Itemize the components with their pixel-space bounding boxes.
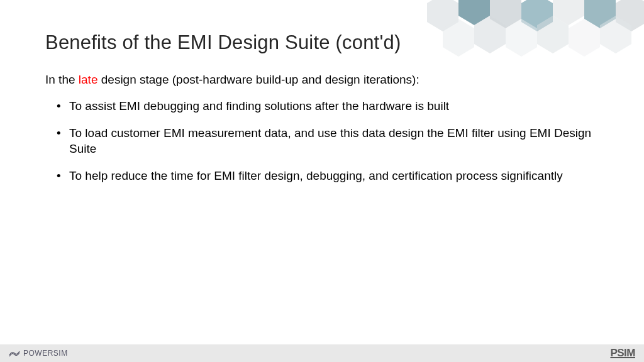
powersim-text: POWERSIM — [23, 349, 68, 358]
bullet-item: To help reduce the time for EMI filter d… — [57, 168, 599, 184]
powersim-logo: POWERSIM — [9, 349, 68, 358]
slide-footer: POWERSIM PSIM — [0, 344, 644, 362]
intro-text: In the late design stage (post-hardware … — [45, 72, 599, 88]
intro-post: design stage (post-hardware build-up and… — [97, 73, 419, 86]
slide-content: Benefits of the EMI Design Suite (cont'd… — [0, 0, 644, 184]
slide-title: Benefits of the EMI Design Suite (cont'd… — [45, 31, 599, 54]
bullet-item: To assist EMI debugging and finding solu… — [57, 98, 599, 114]
intro-pre: In the — [45, 73, 79, 86]
psim-logo: PSIM — [610, 347, 635, 359]
bullet-list: To assist EMI debugging and finding solu… — [45, 98, 599, 184]
intro-highlight: late — [79, 73, 98, 86]
bullet-item: To load customer EMI measurement data, a… — [57, 125, 599, 156]
psim-text: PSIM — [610, 347, 635, 359]
powersim-swoosh-icon — [9, 349, 20, 357]
